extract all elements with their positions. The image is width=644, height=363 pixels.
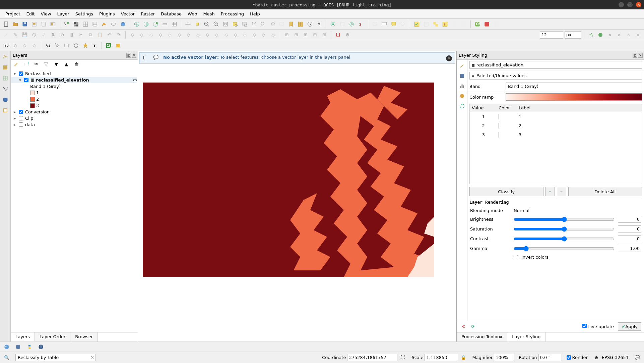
band-select[interactable]: Band 1 (Gray) (506, 83, 642, 90)
zoom-native-icon[interactable]: 1:1 (250, 20, 258, 28)
panel-float-icon[interactable]: ◱ (126, 53, 131, 58)
attributes-table-icon[interactable] (170, 20, 178, 28)
metadata-icon[interactable] (142, 20, 150, 28)
tab-layer-order[interactable]: Layer Order (35, 332, 70, 342)
value-table[interactable]: Value Color Label 1 1 2 (469, 104, 642, 184)
zoom-in-icon[interactable] (203, 20, 211, 28)
statistical-summary-icon[interactable]: Σ (357, 20, 365, 28)
color-ramp-select[interactable] (506, 93, 642, 101)
saturation-value[interactable] (618, 225, 641, 232)
style-manager-icon[interactable] (40, 20, 48, 28)
menu-vector[interactable]: Vector (118, 10, 137, 18)
coord-input[interactable] (347, 354, 397, 361)
minimize-button[interactable]: — (619, 2, 624, 7)
python-icon[interactable] (25, 343, 34, 351)
rendering-tab-icon[interactable] (458, 92, 466, 100)
contrast-slider[interactable] (514, 236, 615, 242)
menu-database[interactable]: Database (158, 10, 184, 18)
group-name[interactable]: Reclassified (25, 71, 51, 76)
histogram-tab-icon[interactable] (458, 82, 466, 90)
map-decorations-icon[interactable] (114, 42, 122, 50)
shape-star-icon[interactable] (81, 42, 89, 50)
group-visibility-checkbox[interactable] (19, 122, 23, 127)
layers-tree[interactable]: ▾ Reclassified ▾ ▦ reclassified_elevatio… (11, 69, 138, 332)
group-name[interactable]: Clip (25, 116, 34, 121)
tree-toggle[interactable]: ▸ (13, 116, 17, 121)
tab-processing-toolbox[interactable]: Processing Toolbox (457, 332, 507, 342)
panel-close-icon[interactable]: ✕ (638, 53, 643, 58)
selection-toggle-icon[interactable] (413, 20, 421, 28)
layer-select[interactable]: ▦ reclassified_elevation (469, 61, 642, 69)
menu-raster[interactable]: Raster (138, 10, 157, 18)
feature-edit-icon[interactable] (100, 20, 108, 28)
group-name[interactable]: Conversion (25, 109, 50, 114)
add-spatialite-icon[interactable] (1, 106, 10, 115)
contrast-value[interactable] (618, 235, 641, 242)
add-postgis-icon[interactable] (1, 95, 10, 104)
web-globe-icon[interactable] (133, 20, 141, 28)
close-window-button[interactable]: ✕ (636, 2, 641, 7)
classify-button[interactable]: Classify (469, 187, 543, 196)
crs-icon[interactable]: ⊕ (592, 354, 600, 362)
delete-all-button[interactable]: Delete All (568, 187, 642, 196)
zoom-full-icon[interactable] (221, 20, 230, 28)
new-delimited-icon[interactable] (91, 20, 99, 28)
panel-close-icon[interactable]: ✕ (132, 53, 136, 58)
menu-edit[interactable]: Edit (23, 10, 37, 18)
menu-processing[interactable]: Processing (218, 10, 247, 18)
map-canvas[interactable] (139, 66, 455, 340)
menu-settings[interactable]: Settings (73, 10, 96, 18)
saturation-slider[interactable] (514, 226, 615, 232)
select-by-expr-icon[interactable] (432, 20, 440, 28)
menu-web[interactable]: Web (185, 10, 200, 18)
tree-toggle[interactable]: ▸ (13, 122, 17, 127)
symbology-tab-icon[interactable] (458, 62, 466, 70)
maximize-button[interactable]: ▢ (627, 2, 633, 7)
style-dock-icon[interactable] (12, 60, 20, 68)
table-row[interactable]: 3 3 (470, 130, 642, 139)
new-raster-layer-icon[interactable] (72, 20, 80, 28)
snap-unit-select[interactable]: px (565, 31, 581, 39)
apply-button[interactable]: ✔Apply (618, 322, 641, 331)
add-vector-icon[interactable] (1, 52, 10, 61)
selection-arrow-icon[interactable] (53, 42, 61, 50)
pan-to-selection-icon[interactable] (193, 20, 201, 28)
collapse-all-icon[interactable]: ▲ (62, 60, 70, 68)
tracing-icon[interactable] (596, 31, 604, 39)
scale-input[interactable] (425, 354, 458, 361)
color-swatch[interactable] (499, 132, 499, 138)
zoom-to-selection-icon[interactable] (231, 20, 239, 28)
tab-layer-styling[interactable]: Layer Styling (507, 332, 545, 342)
measure-icon[interactable] (161, 20, 169, 28)
tree-toggle[interactable]: ▸ (13, 109, 17, 114)
python-console-icon[interactable] (3, 343, 11, 351)
wms-layer-icon[interactable] (119, 20, 127, 28)
menu-project[interactable]: Project (3, 10, 23, 18)
undo-style-button[interactable]: ⟲ (459, 323, 467, 331)
temporal-controller-icon[interactable] (306, 20, 314, 28)
color-swatch[interactable] (499, 114, 499, 119)
layer-visibility-checkbox[interactable] (24, 78, 28, 82)
locator-icon[interactable]: 🔍 (3, 354, 11, 362)
add-class-button[interactable]: ＋ (545, 187, 555, 196)
add-csv-icon[interactable] (1, 85, 10, 93)
database-icon[interactable] (14, 343, 22, 351)
close-hint-button[interactable]: ✕ (446, 55, 452, 61)
layer-name[interactable]: reclassified_elevation (36, 77, 89, 83)
clear-locator-icon[interactable]: ✕ (90, 355, 94, 360)
add-mesh-icon[interactable] (1, 74, 10, 83)
osm-icon[interactable]: OSM (473, 20, 481, 28)
tree-toggle[interactable]: ▾ (13, 71, 17, 76)
shape-rect-icon[interactable] (63, 42, 71, 50)
col-label[interactable]: Label (517, 104, 532, 112)
mag-input[interactable] (494, 354, 514, 361)
col-value[interactable]: Value (470, 104, 497, 112)
blend-mode-select[interactable]: Normal (514, 208, 641, 213)
map-tips-icon[interactable] (380, 20, 388, 28)
tree-toggle[interactable]: ▾ (18, 77, 22, 83)
topo-edit-icon[interactable] (587, 31, 595, 39)
lock-scale-icon[interactable]: 🔒 (459, 354, 467, 362)
brightness-slider[interactable] (514, 217, 615, 222)
locator-input[interactable]: Reclassify by Table ✕ (15, 354, 96, 361)
crs-button[interactable]: EPSG:32651 (602, 355, 629, 360)
